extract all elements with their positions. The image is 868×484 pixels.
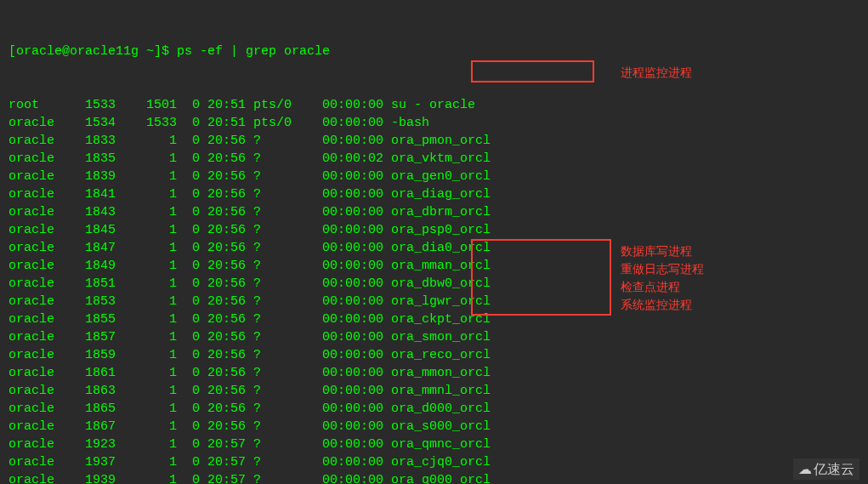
process-row: oracle 1534 1533 0 20:51 pts/0 00:00:00 … (9, 114, 859, 132)
process-row: oracle 1923 1 0 20:57 ? 00:00:00 ora_qmn… (9, 436, 859, 453)
process-row: oracle 1863 1 0 20:56 ? 00:00:00 ora_mmn… (9, 382, 859, 400)
annotation-dbw0: 数据库写进程 (621, 242, 692, 260)
terminal[interactable]: [oracle@oracle11g ~]$ ps -ef | grep orac… (9, 7, 859, 484)
process-row: oracle 1857 1 0 20:56 ? 00:00:00 ora_smo… (9, 328, 859, 346)
process-row: oracle 1851 1 0 20:56 ? 00:00:00 ora_dbw… (9, 275, 859, 293)
process-row: root 1533 1501 0 20:51 pts/0 00:00:00 su… (9, 96, 859, 114)
annotation-pmon: 进程监控进程 (621, 64, 692, 82)
watermark-text: 亿速云 (814, 462, 854, 476)
command-text: ps -ef | grep oracle (177, 44, 330, 59)
highlight-box-pmon (471, 60, 594, 83)
process-row: oracle 1843 1 0 20:56 ? 00:00:00 ora_dbr… (9, 203, 859, 221)
highlight-box-group (471, 239, 611, 316)
process-row: oracle 1835 1 0 20:56 ? 00:00:02 ora_vkt… (9, 150, 859, 168)
annotation-ckpt: 检查点进程 (621, 278, 680, 296)
process-row: oracle 1839 1 0 20:56 ? 00:00:00 ora_gen… (9, 168, 859, 185)
prompt-line: [oracle@oracle11g ~]$ ps -ef | grep orac… (9, 43, 859, 60)
process-row: oracle 1847 1 0 20:56 ? 00:00:00 ora_dia… (9, 239, 859, 257)
process-row: oracle 1833 1 0 20:56 ? 00:00:00 ora_pmo… (9, 132, 859, 150)
process-row: oracle 1845 1 0 20:56 ? 00:00:00 ora_psp… (9, 221, 859, 239)
process-row: oracle 1867 1 0 20:56 ? 00:00:00 ora_s00… (9, 418, 859, 436)
process-row: oracle 1849 1 0 20:56 ? 00:00:00 ora_mma… (9, 257, 859, 275)
process-row: oracle 1855 1 0 20:56 ? 00:00:00 ora_ckp… (9, 310, 859, 328)
shell-prompt: [oracle@oracle11g ~]$ (9, 44, 177, 59)
watermark: ☁亿速云 (793, 458, 859, 480)
process-row: oracle 1859 1 0 20:56 ? 00:00:00 ora_rec… (9, 346, 859, 364)
cloud-icon: ☁ (798, 462, 812, 476)
process-row: oracle 1865 1 0 20:56 ? 00:00:00 ora_d00… (9, 400, 859, 418)
annotation-lgwr: 重做日志写进程 (621, 260, 704, 278)
process-row: oracle 1861 1 0 20:56 ? 00:00:00 ora_mmo… (9, 364, 859, 382)
process-row: oracle 1939 1 0 20:57 ? 00:00:00 ora_q00… (9, 471, 859, 484)
process-row: oracle 1853 1 0 20:56 ? 00:00:00 ora_lgw… (9, 293, 859, 310)
annotation-smon: 系统监控进程 (621, 296, 692, 314)
process-row: oracle 1841 1 0 20:56 ? 00:00:00 ora_dia… (9, 185, 859, 203)
process-row: oracle 1937 1 0 20:57 ? 00:00:00 ora_cjq… (9, 453, 859, 471)
